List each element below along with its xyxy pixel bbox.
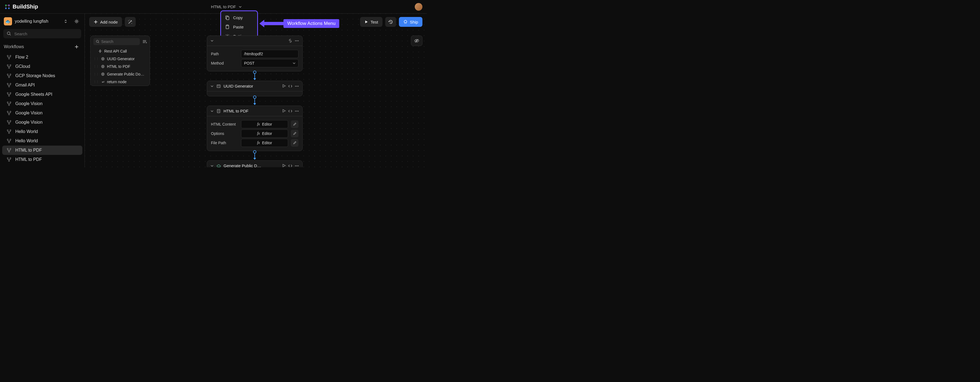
play-icon[interactable]: [282, 164, 286, 167]
field-options-editor[interactable]: fxEditor: [241, 129, 288, 138]
svg-point-31: [10, 111, 11, 112]
project-name: yodelling lungfish: [15, 19, 59, 24]
outline-item[interactable]: ⋮⋮return node: [91, 78, 150, 86]
svg-point-32: [8, 114, 10, 115]
code-icon[interactable]: [288, 109, 293, 113]
node-uuid[interactable]: UUID Generator: [207, 81, 302, 96]
outline-item-label: Generate Public Do…: [107, 72, 144, 76]
drag-handle[interactable]: ⋮⋮: [93, 65, 99, 68]
more-icon[interactable]: [295, 84, 299, 88]
magic-button[interactable]: [125, 17, 136, 27]
callout-annotation: Workflow Actions Menu: [259, 19, 339, 28]
svg-rect-68: [217, 85, 220, 88]
project-settings-button[interactable]: [73, 17, 81, 25]
sidebar-workflow-item[interactable]: Google Vision: [2, 99, 82, 108]
code-icon[interactable]: [288, 84, 293, 88]
chevron-down-icon[interactable]: [210, 84, 214, 88]
canvas[interactable]: Add node Test Ship: [85, 14, 427, 167]
svg-point-15: [7, 65, 8, 66]
outline-item[interactable]: Rest API Call: [91, 47, 150, 55]
visibility-toggle[interactable]: [411, 35, 422, 46]
test-button[interactable]: Test: [360, 17, 382, 27]
menu-paste[interactable]: Paste: [221, 22, 257, 32]
workflow-item-label: Hello World: [15, 138, 38, 143]
workflow-item-label: Flow 2: [15, 55, 28, 60]
more-icon[interactable]: [295, 38, 299, 43]
chevron-down-icon[interactable]: [210, 110, 214, 113]
sidebar-workflow-item[interactable]: Google Sheets API: [2, 90, 82, 99]
svg-point-58: [102, 73, 103, 75]
workflow-item-label: Google Vision: [15, 120, 42, 125]
field-html-editor[interactable]: fxEditor: [241, 120, 288, 128]
collapse-icon[interactable]: [142, 39, 147, 44]
more-icon[interactable]: [295, 109, 299, 113]
node-outline-panel: Rest API Call⋮⋮UUID Generator⋮⋮HTML to P…: [90, 35, 150, 86]
field-options-edit-button[interactable]: [291, 130, 299, 137]
sidebar-workflow-item[interactable]: Hello World: [2, 136, 82, 146]
sidebar-workflow-item[interactable]: GCloud: [2, 62, 82, 71]
add-node-button[interactable]: Add node: [89, 17, 122, 27]
drag-handle[interactable]: ⋮⋮: [93, 73, 99, 76]
drag-handle[interactable]: ⋮⋮: [93, 57, 99, 61]
drag-handle[interactable]: ⋮⋮: [93, 80, 99, 84]
sidebar-workflow-item[interactable]: Google Vision: [2, 118, 82, 127]
node-htmlpdf[interactable]: HTML to PDF HTML Content fxEditor Optio: [207, 106, 302, 151]
outline-item[interactable]: ⋮⋮Generate Public Do…: [91, 70, 150, 78]
sidebar-workflow-item[interactable]: HTML to PDF: [2, 146, 82, 155]
field-html-edit-button[interactable]: [291, 120, 299, 128]
outline-item-label: return node: [107, 80, 127, 84]
node-genpublic[interactable]: Generate Public D…: [207, 160, 302, 167]
brand-text: BuildShip: [13, 3, 38, 10]
user-avatar[interactable]: [415, 3, 422, 11]
code-icon[interactable]: [288, 164, 293, 167]
svg-point-22: [10, 83, 11, 84]
menu-copy[interactable]: Copy: [221, 13, 257, 22]
node-trigger[interactable]: Path /htmltopdf2 Method POST: [207, 35, 302, 72]
svg-point-82: [297, 165, 298, 166]
field-html-label: HTML Content: [211, 122, 238, 126]
svg-point-38: [8, 132, 10, 134]
chevron-down-icon[interactable]: [210, 164, 214, 167]
svg-point-66: [297, 40, 298, 41]
outline-item[interactable]: ⋮⋮UUID Generator: [91, 55, 150, 63]
chevron-down-icon[interactable]: [210, 39, 214, 42]
sidebar-workflow-item[interactable]: GCP Storage Nodes: [2, 71, 82, 80]
svg-rect-63: [226, 25, 228, 26]
ship-button[interactable]: Ship: [399, 17, 422, 27]
outline-item-label: HTML to PDF: [107, 64, 130, 69]
sidebar-workflow-item[interactable]: Gmail API: [2, 80, 82, 90]
add-workflow-button[interactable]: [73, 43, 81, 51]
svg-point-37: [10, 130, 11, 131]
node-uuid-title: UUID Generator: [224, 84, 279, 88]
field-filepath-edit-button[interactable]: [291, 139, 299, 146]
sidebar-search[interactable]: [3, 29, 81, 38]
link-icon[interactable]: [288, 38, 293, 43]
sidebar-workflow-item[interactable]: HTML to PDF: [2, 155, 82, 164]
svg-point-39: [7, 139, 8, 140]
svg-point-34: [10, 120, 11, 121]
play-icon[interactable]: [282, 84, 286, 88]
outline-item[interactable]: ⋮⋮HTML to PDF: [91, 63, 150, 70]
sidebar-search-input[interactable]: [14, 32, 78, 36]
project-switcher[interactable]: [62, 17, 70, 25]
field-filepath-editor[interactable]: fxEditor: [241, 139, 288, 147]
history-button[interactable]: [385, 17, 396, 27]
sidebar-workflow-item[interactable]: Flow 2: [2, 53, 82, 62]
svg-point-45: [7, 158, 8, 159]
workflow-title-dropdown[interactable]: HTML to PDF: [38, 5, 415, 9]
more-icon[interactable]: [295, 164, 299, 167]
node-icon: [101, 72, 105, 76]
svg-point-26: [8, 95, 10, 96]
cloud-icon: [216, 164, 221, 167]
field-path-input[interactable]: /htmltopdf2: [241, 50, 299, 58]
node-panel-search-input[interactable]: [101, 40, 137, 44]
play-icon[interactable]: [282, 109, 286, 113]
sidebar-workflow-item[interactable]: Hello World: [2, 127, 82, 136]
sidebar-workflow-item[interactable]: Google Vision: [2, 108, 82, 118]
workflow-item-label: Google Vision: [15, 101, 42, 106]
svg-point-57: [102, 65, 104, 68]
brand-logo[interactable]: BuildShip: [5, 3, 38, 10]
field-options-label: Options: [211, 131, 238, 136]
field-method-select[interactable]: POST: [241, 59, 299, 67]
workflow-title-text: HTML to PDF: [211, 5, 236, 9]
